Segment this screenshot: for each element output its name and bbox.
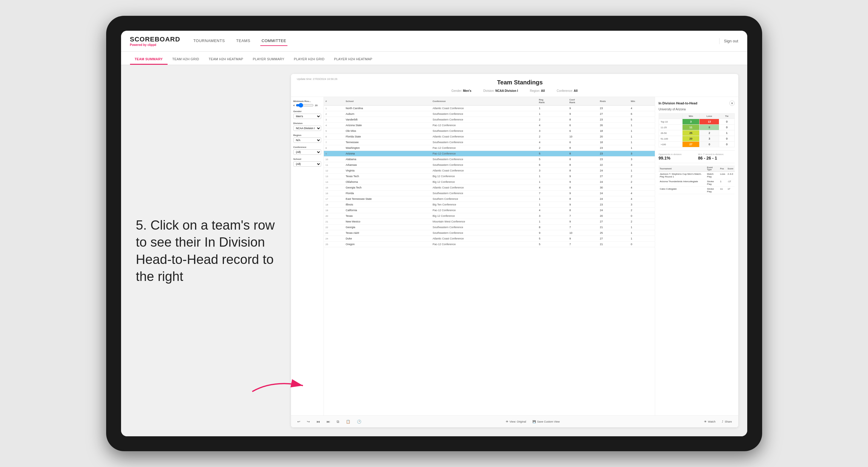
cell-rank: 3 — [324, 117, 344, 123]
cell-school: Tennessee — [344, 139, 431, 145]
table-row[interactable]: 8 Washington Pac-12 Conference 2 8 23 1 — [324, 145, 655, 151]
redo-button[interactable]: ↪ — [305, 419, 312, 425]
cell-win: 1 — [629, 236, 654, 242]
cell-conference: Southeastern Conference — [431, 162, 537, 168]
copy-button[interactable]: ⧉ — [335, 419, 341, 425]
table-row[interactable]: 20 Texas Big 12 Conference 3 7 20 0 — [324, 213, 655, 219]
cell-conference: Southeastern Conference — [431, 139, 537, 145]
h2h-stats: Opponents in division: 99.1% W-L-T recor… — [659, 150, 735, 163]
view-original-button[interactable]: 👁 View: Original — [504, 419, 528, 424]
table-row[interactable]: 4 Arizona State Pac-12 Conference 4 6 26… — [324, 123, 655, 128]
table-row[interactable]: 3 Vanderbilt Southeastern Conference 2 8… — [324, 117, 655, 123]
subnav-player-h2h-grid[interactable]: PLAYER H2H GRID — [289, 54, 330, 65]
cell-conference: Southeastern Conference — [431, 230, 537, 236]
h2h-tie: 0 — [719, 136, 735, 142]
tournament-event-type: Stroke Play — [706, 187, 719, 194]
undo-button[interactable]: ↩ — [296, 419, 302, 425]
table-row[interactable]: 25 Oregon Pac-12 Conference 5 7 21 0 — [324, 242, 655, 247]
cell-reg-rank: 5 — [537, 242, 567, 247]
table-row[interactable]: 1 North Carolina Atlantic Coast Conferen… — [324, 105, 655, 111]
table-row[interactable]: 24 Duke Atlantic Coast Conference 5 9 27… — [324, 236, 655, 242]
cell-school: Oklahoma — [344, 179, 431, 185]
cell-win: 1 — [629, 128, 654, 134]
cell-reg-rank: 8 — [537, 224, 567, 230]
table-row[interactable]: 22 Georgia Southeastern Conference 8 7 2… — [324, 224, 655, 230]
school-select[interactable]: (All) — [293, 161, 321, 167]
cell-win: 3 — [629, 202, 654, 208]
subnav-team-h2h-grid[interactable]: TEAM H2H GRID — [167, 54, 204, 65]
table-row[interactable]: 7 Tennessee Southeastern Conference 4 6 … — [324, 139, 655, 145]
step-forward-button[interactable]: ⏭ — [325, 419, 332, 425]
h2h-panel: In Division Head-to-Head ✕ University of… — [655, 97, 738, 415]
cell-school: Georgia Tech — [344, 185, 431, 191]
table-row[interactable]: 23 Texas A&M Southeastern Conference 9 1… — [324, 230, 655, 236]
table-row[interactable]: 9 Arizona Pac-12 Conference 5 8 23 3 — [324, 151, 655, 157]
subnav-team-summary[interactable]: TEAM SUMMARY — [130, 54, 167, 65]
paste-button[interactable]: 📋 — [344, 419, 352, 425]
cell-win: 2 — [629, 179, 654, 185]
tournament-row: Arizona Thunderbirds Intercollegiate Str… — [659, 179, 735, 187]
h2h-close-button[interactable]: ✕ — [730, 100, 735, 106]
cell-conf-rank: 8 — [567, 168, 598, 174]
filter-region: Region: All — [530, 89, 545, 92]
table-row[interactable]: 21 New Mexico Mountain West Conference 1… — [324, 219, 655, 224]
save-custom-button[interactable]: 💾 Save Custom View — [531, 419, 561, 424]
table-row[interactable]: 14 Oklahoma Big 12 Conference 1 9 24 2 — [324, 179, 655, 185]
table-row[interactable]: 17 East Tennessee State Southern Confere… — [324, 196, 655, 202]
region-select[interactable]: N/A — [293, 137, 321, 143]
cell-conference: Pac-12 Conference — [431, 242, 537, 247]
eye-icon: 👁 — [704, 420, 707, 423]
cell-rnds: 18 — [598, 128, 629, 134]
division-select[interactable]: NCAA Division I NCAA Division II NCAA Di… — [293, 126, 321, 131]
tournament-pos: 1 — [719, 179, 726, 187]
table-row[interactable]: 10 Alabama Southeastern Conference 5 8 2… — [324, 157, 655, 162]
cell-rnds: 24 — [598, 208, 629, 213]
paste-icon: 📋 — [346, 419, 350, 424]
cell-conf-rank: 9 — [567, 105, 598, 111]
filter-school-ctrl: School (All) — [293, 158, 321, 167]
filter-gender-ctrl: Gender Men's Women's — [293, 110, 321, 119]
nav-committee[interactable]: COMMITTEE — [260, 36, 287, 46]
watch-button[interactable]: 👁 Watch — [702, 419, 717, 424]
table-row[interactable]: 16 Florida Southeastern Conference 7 9 2… — [324, 191, 655, 196]
cell-school: Ole Miss — [344, 128, 431, 134]
nav-teams[interactable]: TEAMS — [235, 36, 251, 46]
cell-rnds: 30 — [598, 185, 629, 191]
cell-reg-rank: 3 — [537, 128, 567, 134]
table-row[interactable]: 18 Illinois Big Ten Conference 1 9 23 3 — [324, 202, 655, 208]
cell-conf-rank: 9 — [567, 111, 598, 117]
bottom-toolbar: ↩ ↪ ⏮ ⏭ ⧉ 📋 — [291, 415, 738, 427]
table-row[interactable]: 19 California Pac-12 Conference 4 8 24 2 — [324, 208, 655, 213]
step-back-button[interactable]: ⏮ — [315, 419, 322, 425]
subnav-team-h2h-heatmap[interactable]: TEAM H2H HEATMAP — [204, 54, 248, 65]
table-row[interactable]: 2 Auburn Southeastern Conference 1 9 27 … — [324, 111, 655, 117]
table-row[interactable]: 15 Georgia Tech Atlantic Coast Conferenc… — [324, 185, 655, 191]
gender-select[interactable]: Men's Women's — [293, 114, 321, 119]
conference-select[interactable]: (All) — [293, 149, 321, 155]
subnav-player-h2h-heatmap[interactable]: PLAYER H2H HEATMAP — [329, 54, 377, 65]
cell-conference: Atlantic Coast Conference — [431, 236, 537, 242]
logo-text: SCOREBOARD — [130, 35, 180, 43]
table-row[interactable]: 5 Ole Miss Southeastern Conference 3 6 1… — [324, 128, 655, 134]
cell-conference: Atlantic Coast Conference — [431, 168, 537, 174]
table-row[interactable]: 6 Florida State Atlantic Coast Conferenc… — [324, 134, 655, 139]
h2h-win: 20 — [682, 136, 700, 142]
table-row[interactable]: 12 Virginia Atlantic Coast Conference 3 … — [324, 168, 655, 174]
annotation-area: 5. Click on a team's row to see their In… — [130, 74, 285, 427]
cell-rnds: 25 — [598, 230, 629, 236]
h2h-row: 11-25 11 8 0 — [659, 125, 735, 130]
cell-school: Vanderbilt — [344, 117, 431, 123]
share-button[interactable]: ⤴ Share — [720, 419, 734, 424]
sign-out-link[interactable]: Sign out — [724, 39, 738, 43]
cell-win: 2 — [629, 174, 654, 179]
min-rounds-slider[interactable] — [296, 103, 314, 107]
standings-table: # School Conference RegRank ConfRank Rnd… — [324, 97, 655, 247]
cell-reg-rank: 4 — [537, 208, 567, 213]
table-row[interactable]: 11 Arkansas Southeastern Conference 6 8 … — [324, 162, 655, 168]
clock-button[interactable]: 🕐 — [355, 419, 363, 425]
table-row[interactable]: 13 Texas Tech Big 12 Conference 1 9 27 2 — [324, 174, 655, 179]
cell-school: Auburn — [344, 111, 431, 117]
cell-conf-rank: 9 — [567, 174, 598, 179]
nav-tournaments[interactable]: TOURNAMENTS — [192, 36, 226, 46]
subnav-player-summary[interactable]: PLAYER SUMMARY — [248, 54, 289, 65]
